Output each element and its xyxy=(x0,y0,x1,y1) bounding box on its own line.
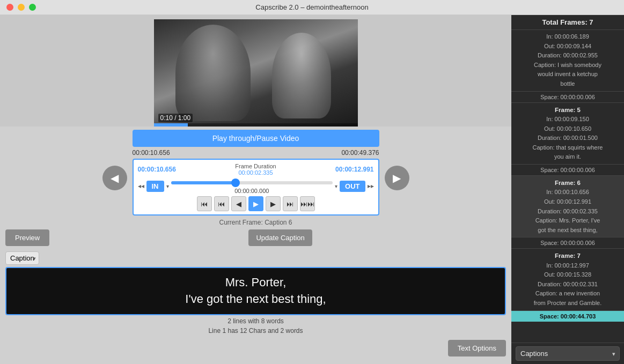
caption-select-wrapper[interactable]: Caption xyxy=(5,251,39,265)
video-figure-right xyxy=(272,33,331,118)
total-frames-header: Total Frames: 7 xyxy=(511,15,624,29)
frame4-out: Out: 00:00:09.144 xyxy=(516,42,620,51)
play-pause-button[interactable]: Play through/Pause Video xyxy=(133,130,379,147)
frame-block-6[interactable]: Frame: 6 In: 00:00:10.656 Out: 00:00:12.… xyxy=(511,175,624,237)
main-content: 0:10 / 1:00 ◀ Play through/Pause Video 0… xyxy=(0,15,624,364)
window-title: Capscribe 2.0 – demointheafternoon xyxy=(255,3,368,11)
video-container: 0:10 / 1:00 xyxy=(0,15,511,127)
current-frame-label: Current Frame: Caption 6 xyxy=(219,219,292,226)
frame7-title: Frame: 7 xyxy=(516,251,620,261)
close-button[interactable] xyxy=(6,4,13,11)
frame4-duration: Duration: 00:00:02.955 xyxy=(516,51,620,61)
space-block-last: Space: 00:00:44.703 xyxy=(511,310,624,322)
frame-times-row: 00:00:10.656 Frame Duration 00:00:02.335… xyxy=(138,163,374,176)
frame4-in: In: 00:00:06.189 xyxy=(516,32,620,42)
bottom-row: Text Options xyxy=(0,338,511,361)
right-panel-content: Total Frames: 7 In: 00:00:06.189 Out: 00… xyxy=(511,15,624,343)
scrubber-time: 00:00:00.000 xyxy=(234,188,269,194)
frame7-caption: Caption: a new inventionfrom Procter and… xyxy=(516,289,620,308)
frame4-caption: Caption: I wish somebodywould invent a k… xyxy=(516,61,620,89)
frame6-out: Out: 00:00:12.991 xyxy=(516,197,620,207)
preview-button[interactable]: Preview xyxy=(5,229,49,246)
frame5-out: Out: 00:00:10.650 xyxy=(516,124,620,134)
caption-type-select[interactable]: Caption xyxy=(5,251,39,265)
frame5-caption: Caption: that squirts whereyou aim it. xyxy=(516,143,620,162)
minimize-button[interactable] xyxy=(18,4,25,11)
in-out-row: ◂◂ IN ▾ 00:00:00.000 ▾ OUT ▸▸ xyxy=(138,178,374,194)
frame7-out: Out: 00:00:15.328 xyxy=(516,270,620,280)
captions-select[interactable]: Captions xyxy=(516,346,620,361)
frame6-in: In: 00:00:10.656 xyxy=(516,188,620,197)
space-block-3: Space: 00:00:00.006 xyxy=(511,237,624,248)
frame6-title: Frame: 6 xyxy=(516,178,620,188)
scrubber-track[interactable] xyxy=(171,181,333,184)
frame5-title: Frame: 5 xyxy=(516,105,620,115)
step-back-button[interactable]: ◀ xyxy=(231,196,246,211)
video-progress-fill xyxy=(154,123,188,127)
frame-block-4-info[interactable]: In: 00:00:06.189 Out: 00:00:09.144 Durat… xyxy=(511,29,624,91)
caption-line1: Mrs. Porter, xyxy=(225,276,287,289)
in-button[interactable]: IN xyxy=(146,181,164,192)
frame6-duration: Duration: 00:00:02.335 xyxy=(516,207,620,217)
prev-frame-button[interactable]: ⏮ xyxy=(214,196,229,211)
skip-to-end-button[interactable]: ⏭⏭ xyxy=(300,196,315,211)
frame-nav-row: ⏮ ⏮ ◀ ▶ ▶ ⏭ ⏭⏭ xyxy=(138,196,374,211)
update-caption-button[interactable]: Update Caption xyxy=(248,229,312,246)
frame7-in: In: 00:00:12.997 xyxy=(516,261,620,271)
caption-text-content: Mrs. Porter, I've got the next best thin… xyxy=(185,274,326,308)
skip-to-start-button[interactable]: ⏮ xyxy=(197,196,212,211)
caption-section: Caption Mrs. Porter, I've got the next b… xyxy=(0,248,511,338)
scrubber-thumb[interactable] xyxy=(231,179,240,187)
scrubber-fill xyxy=(171,181,236,184)
preview-update-zone: Preview Update Caption xyxy=(0,229,511,248)
frame-block-7[interactable]: Frame: 7 In: 00:00:12.997 Out: 00:00:15.… xyxy=(511,248,624,310)
out-right-arrow[interactable]: ▸▸ xyxy=(368,182,374,190)
captions-select-wrapper[interactable]: Captions xyxy=(516,346,620,361)
frame-duration-center: Frame Duration 00:00:02.335 xyxy=(235,163,276,176)
out-dropdown-arrow[interactable]: ▾ xyxy=(335,183,337,189)
in-left-arrow[interactable]: ◂◂ xyxy=(138,182,144,190)
space-block-2: Space: 00:00:00.006 xyxy=(511,164,624,175)
frame-controls-box: 00:00:10.656 Frame Duration 00:00:02.335… xyxy=(133,159,379,216)
video-progress-bar[interactable] xyxy=(154,123,358,127)
caption-stats-line1: 2 lines with 8 words xyxy=(5,317,506,325)
frame-block-5[interactable]: Frame: 5 In: 00:00:09.150 Out: 00:00:10.… xyxy=(511,102,624,164)
controls-row: ◀ Play through/Pause Video 00:00:10.656 … xyxy=(0,127,511,229)
center-controls: Play through/Pause Video 00:00:10.656 00… xyxy=(133,130,379,226)
frame7-duration: Duration: 00:00:02.331 xyxy=(516,280,620,289)
left-panel: 0:10 / 1:00 ◀ Play through/Pause Video 0… xyxy=(0,15,511,364)
play-frame-button[interactable]: ▶ xyxy=(248,196,263,211)
next-frame-button[interactable]: ⏭ xyxy=(283,196,298,211)
video-frame[interactable]: 0:10 / 1:00 xyxy=(154,19,358,127)
video-figure-left xyxy=(175,25,251,121)
frame-duration-value: 00:00:02.335 xyxy=(235,169,276,176)
space-block-1: Space: 00:00:00.006 xyxy=(511,91,624,102)
time-left-display: 00:00:10.656 xyxy=(133,149,170,157)
out-button[interactable]: OUT xyxy=(340,181,365,192)
frame5-duration: Duration: 00:00:01.500 xyxy=(516,133,620,143)
caption-stats-line2: Line 1 has 12 Chars and 2 words xyxy=(5,327,506,335)
maximize-button[interactable] xyxy=(29,4,36,11)
frame6-caption: Caption: Mrs. Porter, I'vegot the next b… xyxy=(516,216,620,235)
in-dropdown-arrow[interactable]: ▾ xyxy=(166,183,169,189)
frame5-in: In: 00:00:09.150 xyxy=(516,115,620,124)
step-forward-button[interactable]: ▶ xyxy=(266,196,281,211)
frame-in-time: 00:00:10.656 xyxy=(138,166,176,173)
frame-duration-label: Frame Duration xyxy=(235,163,276,169)
time-right-display: 00:00:49.376 xyxy=(341,149,379,157)
text-options-button[interactable]: Text Options xyxy=(448,340,506,356)
right-panel-footer: Captions xyxy=(511,343,624,364)
scrubber-container[interactable]: 00:00:00.000 xyxy=(171,178,333,194)
time-display-row: 00:00:10.656 00:00:49.376 xyxy=(133,149,379,157)
video-time-overlay: 0:10 / 1:00 xyxy=(158,114,193,122)
title-bar: Capscribe 2.0 – demointheafternoon xyxy=(0,0,624,15)
caption-dropdown-row: Caption xyxy=(5,251,506,265)
window-buttons xyxy=(6,4,36,11)
caption-line2: I've got the next best thing, xyxy=(185,292,326,306)
prev-arrow-button[interactable]: ◀ xyxy=(102,166,127,190)
right-panel: Total Frames: 7 In: 00:00:06.189 Out: 00… xyxy=(511,15,624,364)
next-arrow-button[interactable]: ▶ xyxy=(385,166,409,190)
caption-text-display[interactable]: Mrs. Porter, I've got the next best thin… xyxy=(5,267,506,315)
frame-out-time: 00:00:12.991 xyxy=(335,166,373,173)
